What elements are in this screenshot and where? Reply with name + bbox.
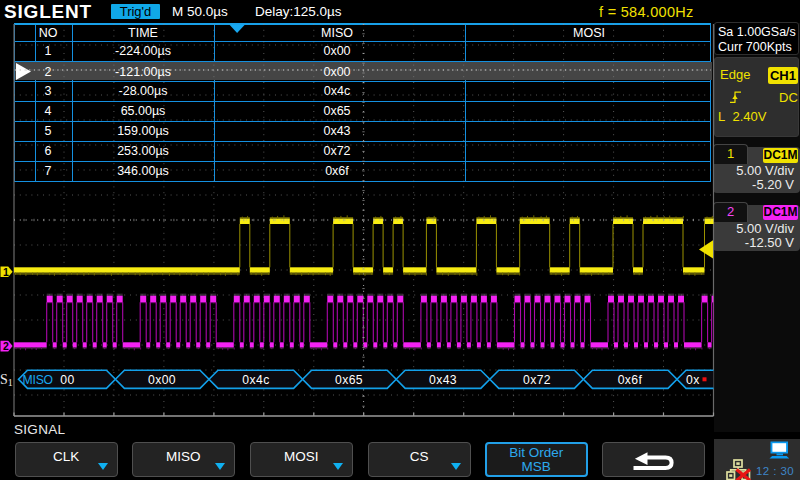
svg-text:00: 00 [60,373,74,387]
svg-text:0x4c: 0x4c [242,373,269,387]
svg-text:0x6f: 0x6f [618,373,643,387]
svg-text:0x65: 0x65 [335,373,363,387]
svg-text:0x43: 0x43 [429,373,457,387]
svg-text:MISO: MISO [23,373,53,387]
svg-text:2: 2 [3,340,9,352]
svg-text:S1: S1 [0,372,13,388]
svg-text:1: 1 [3,266,9,278]
svg-text:0x72: 0x72 [523,373,551,387]
svg-text:0x00: 0x00 [148,373,176,387]
svg-text:0x: 0x [686,373,700,387]
